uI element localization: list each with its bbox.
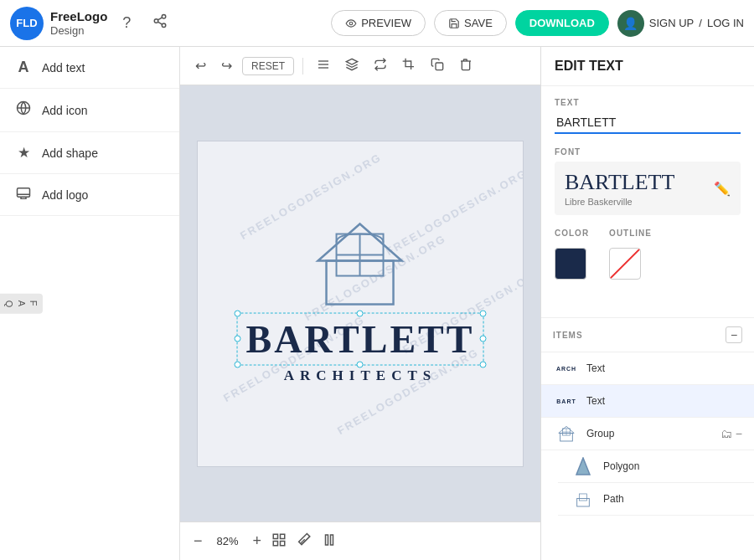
items-list: ARCH Text BART Text [541, 352, 754, 560]
text-icon: A [15, 59, 32, 76]
layer-thumb-bartlett: BART [553, 392, 580, 410]
canvas-wrapper[interactable]: FREELOGODESIGN.ORG FREELOGODESIGN.ORG FR… [180, 85, 540, 521]
svg-line-4 [158, 18, 163, 20]
handle-tm[interactable] [357, 310, 364, 316]
svg-rect-14 [436, 63, 443, 70]
star-icon: ★ [15, 144, 32, 162]
delete-button[interactable] [454, 54, 478, 78]
bartlett-selected[interactable]: BARTLETT [237, 312, 484, 365]
svg-line-3 [158, 22, 163, 24]
main-layout: A Add text Add icon ★ Add shape Add logo… [0, 47, 754, 560]
sidebar-item-add-text[interactable]: A Add text [0, 47, 179, 89]
ruler-button[interactable] [297, 532, 312, 551]
layer-item-polygon[interactable]: Polygon [558, 450, 754, 483]
text-input[interactable] [555, 112, 741, 134]
crop-button[interactable] [397, 54, 421, 78]
help-button[interactable]: ? [116, 11, 137, 35]
toolbar: ↩ ↪ RESET [180, 47, 540, 85]
signup-label[interactable]: SIGN UP [649, 17, 694, 29]
handle-tl[interactable] [235, 310, 241, 316]
download-button[interactable]: DOWNLOAD [515, 10, 609, 36]
save-label: SAVE [464, 17, 493, 29]
svg-rect-20 [273, 534, 277, 538]
sidebar-item-add-logo[interactable]: Add logo [0, 174, 179, 216]
sidebar-item-add-icon[interactable]: Add icon [0, 89, 179, 132]
layer-item-group[interactable]: Group 🗂 − [541, 418, 754, 450]
panel-title: EDIT TEXT [541, 47, 754, 86]
layer-name-bartlett: Text [586, 395, 742, 407]
align-button[interactable] [312, 54, 335, 78]
avatar: 👤 [617, 10, 644, 37]
preview-button[interactable]: PREVIEW [331, 10, 426, 36]
handle-bm[interactable] [357, 361, 364, 367]
items-header: ITEMS − [541, 317, 754, 352]
layer-item-path[interactable]: Path [558, 483, 754, 516]
flip-button[interactable] [369, 54, 392, 78]
layer-name-polygon: Polygon [603, 460, 742, 472]
faq-tab[interactable]: FAQ [0, 293, 43, 314]
font-label: FONT [555, 147, 741, 157]
toolbar-separator [302, 58, 303, 74]
font-name: Libre Baskerville [565, 197, 674, 207]
layer-actions-group: 🗂 − [720, 427, 742, 440]
redo-button[interactable]: ↪ [216, 54, 237, 77]
grid-button[interactable] [271, 532, 287, 551]
layer-thumb-architects: ARCH [553, 359, 580, 378]
canvas[interactable]: FREELOGODESIGN.ORG FREELOGODESIGN.ORG FR… [197, 141, 524, 467]
items-collapse-button[interactable]: − [726, 326, 742, 343]
svg-point-1 [155, 19, 159, 23]
logo-circle: FLD [10, 7, 44, 40]
zoom-out-button[interactable]: − [194, 532, 203, 550]
handle-rm[interactable] [479, 336, 486, 342]
sidebar-item-label: Add logo [42, 188, 88, 202]
group-minus-button[interactable]: − [736, 427, 742, 440]
layer-name-path: Path [603, 493, 742, 505]
color-label: COLOR [555, 229, 589, 238]
pause-button[interactable] [322, 532, 337, 551]
sidebar-item-label: Add text [42, 61, 85, 74]
text-label: TEXT [555, 98, 741, 107]
layer-item-architects[interactable]: ARCH Text [541, 352, 754, 385]
svg-point-2 [163, 23, 167, 28]
handle-tr[interactable] [479, 310, 486, 316]
share-button[interactable] [146, 10, 174, 36]
canvas-area: ↩ ↪ RESET [180, 47, 540, 560]
login-label[interactable]: LOG IN [707, 17, 744, 29]
layer-item-bartlett[interactable]: BART Text [541, 385, 754, 418]
zoom-in-button[interactable]: + [253, 532, 262, 550]
logo-design: BARTLETT ARCHITECTS [237, 217, 484, 383]
sidebar-item-label: Add shape [42, 146, 98, 160]
sidebar-item-label: Add icon [42, 104, 87, 117]
color-row: COLOR OUTLINE [555, 229, 741, 280]
svg-point-5 [349, 22, 353, 25]
sidebar: A Add text Add icon ★ Add shape Add logo… [0, 47, 180, 560]
svg-rect-8 [18, 188, 30, 198]
logo-text: FreeLogo Design [50, 9, 107, 38]
layer-name-architects: Text [586, 362, 742, 374]
svg-marker-33 [576, 458, 590, 475]
sidebar-item-add-shape[interactable]: ★ Add shape [0, 132, 179, 174]
handle-bl[interactable] [235, 361, 241, 367]
preview-label: PREVIEW [361, 17, 411, 29]
undo-button[interactable]: ↩ [190, 54, 211, 77]
font-info: BARTLETT Libre Baskerville [565, 170, 674, 207]
group-folder-button[interactable]: 🗂 [720, 427, 732, 440]
logo-line2: Design [50, 24, 107, 38]
svg-rect-35 [579, 494, 586, 501]
handle-lm[interactable] [235, 336, 241, 342]
svg-rect-26 [326, 535, 328, 545]
handle-br[interactable] [479, 361, 486, 367]
layers-button[interactable] [340, 54, 364, 78]
save-button[interactable]: SAVE [434, 10, 507, 36]
outline-swatch[interactable] [609, 248, 641, 280]
reset-button[interactable]: RESET [242, 57, 294, 75]
house-icon [310, 217, 411, 309]
panel-body: TEXT FONT BARTLETT Libre Baskerville ✏️ [541, 86, 754, 317]
copy-button[interactable] [426, 54, 449, 78]
text-section: TEXT [555, 98, 741, 134]
svg-rect-34 [577, 498, 590, 506]
color-swatch[interactable] [555, 248, 586, 280]
font-section: FONT BARTLETT Libre Baskerville ✏️ [555, 147, 741, 215]
font-selector[interactable]: BARTLETT Libre Baskerville ✏️ [555, 162, 741, 215]
bartlett-text: BARTLETT [246, 316, 475, 361]
